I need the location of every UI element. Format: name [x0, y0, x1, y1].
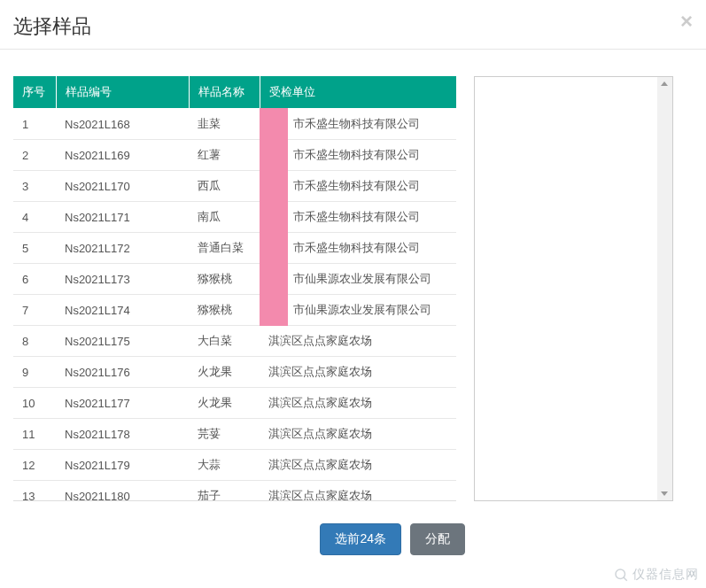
cell-code: Ns2021L176 — [56, 357, 189, 388]
cell-code: Ns2021L172 — [56, 233, 189, 264]
cell-name: 猕猴桃 — [189, 264, 260, 295]
header-unit: 受检单位 — [260, 76, 456, 109]
cell-seq: 7 — [13, 295, 56, 326]
cell-name: 茄子 — [189, 481, 260, 502]
table-row[interactable]: 3Ns2021L170西瓜市禾盛生物科技有限公司 — [13, 171, 456, 202]
cell-seq: 1 — [13, 109, 56, 140]
cell-unit: 市禾盛生物科技有限公司 — [260, 233, 456, 264]
cell-seq: 12 — [13, 450, 56, 481]
cell-seq: 6 — [13, 264, 56, 295]
cell-seq: 9 — [13, 357, 56, 388]
modal-body: 序号 样品编号 样品名称 受检单位 1Ns2021L168韭菜市禾盛生物科技有限… — [0, 50, 706, 514]
svg-point-0 — [616, 569, 625, 579]
cell-name: 红薯 — [189, 140, 260, 171]
cell-code: Ns2021L169 — [56, 140, 189, 171]
table-row[interactable]: 11Ns2021L178芫荽淇滨区点点家庭农场 — [13, 419, 456, 450]
cell-seq: 13 — [13, 481, 56, 502]
cell-code: Ns2021L175 — [56, 326, 189, 357]
cell-seq: 8 — [13, 326, 56, 357]
cell-seq: 2 — [13, 140, 56, 171]
cell-code: Ns2021L174 — [56, 295, 189, 326]
cell-code: Ns2021L173 — [56, 264, 189, 295]
close-button[interactable]: × — [680, 11, 693, 32]
cell-unit: 淇滨区点点家庭农场 — [260, 326, 456, 357]
cell-unit: 淇滨区点点家庭农场 — [260, 450, 456, 481]
table-row[interactable]: 5Ns2021L172普通白菜市禾盛生物科技有限公司 — [13, 233, 456, 264]
cell-name: 芫荽 — [189, 419, 260, 450]
table-row[interactable]: 13Ns2021L180茄子淇滨区点点家庭农场 — [13, 481, 456, 502]
table-row[interactable]: 1Ns2021L168韭菜市禾盛生物科技有限公司 — [13, 109, 456, 140]
cell-unit: 淇滨区点点家庭农场 — [260, 388, 456, 419]
watermark-text: 仪器信息网 — [632, 567, 699, 583]
header-seq: 序号 — [13, 76, 56, 109]
cell-unit: 市仙果源农业发展有限公司 — [260, 295, 456, 326]
cell-unit: 市仙果源农业发展有限公司 — [260, 264, 456, 295]
table-row[interactable]: 7Ns2021L174猕猴桃市仙果源农业发展有限公司 — [13, 295, 456, 326]
cell-unit: 市禾盛生物科技有限公司 — [260, 171, 456, 202]
watermark: 仪器信息网 — [613, 567, 699, 583]
cell-name: 南瓜 — [189, 202, 260, 233]
cell-unit: 淇滨区点点家庭农场 — [260, 357, 456, 388]
cell-code: Ns2021L170 — [56, 171, 189, 202]
table-row[interactable]: 2Ns2021L169红薯市禾盛生物科技有限公司 — [13, 140, 456, 171]
table-row[interactable]: 6Ns2021L173猕猴桃市仙果源农业发展有限公司 — [13, 264, 456, 295]
cell-seq: 5 — [13, 233, 56, 264]
cell-seq: 10 — [13, 388, 56, 419]
header-code: 样品编号 — [56, 76, 189, 109]
cell-name: 火龙果 — [189, 388, 260, 419]
cell-seq: 3 — [13, 171, 56, 202]
cell-name: 火龙果 — [189, 357, 260, 388]
assign-button[interactable]: 分配 — [410, 523, 465, 555]
table-row[interactable]: 12Ns2021L179大蒜淇滨区点点家庭农场 — [13, 450, 456, 481]
modal-title: 选择样品 — [13, 13, 688, 40]
cell-name: 普通白菜 — [189, 233, 260, 264]
cell-name: 西瓜 — [189, 171, 260, 202]
side-textarea[interactable] — [474, 76, 673, 501]
table-row[interactable]: 10Ns2021L177火龙果淇滨区点点家庭农场 — [13, 388, 456, 419]
cell-code: Ns2021L171 — [56, 202, 189, 233]
sample-table: 序号 样品编号 样品名称 受检单位 1Ns2021L168韭菜市禾盛生物科技有限… — [13, 76, 456, 501]
svg-line-1 — [624, 577, 627, 581]
cell-unit: 淇滨区点点家庭农场 — [260, 419, 456, 450]
table-row[interactable]: 8Ns2021L175大白菜淇滨区点点家庭农场 — [13, 326, 456, 357]
sample-table-wrapper: 序号 样品编号 样品名称 受检单位 1Ns2021L168韭菜市禾盛生物科技有限… — [13, 76, 456, 501]
cell-code: Ns2021L180 — [56, 481, 189, 502]
cell-seq: 4 — [13, 202, 56, 233]
modal-footer: 选前24条 分配 — [0, 514, 478, 564]
cell-code: Ns2021L179 — [56, 450, 189, 481]
cell-unit: 市禾盛生物科技有限公司 — [260, 109, 456, 140]
header-name: 样品名称 — [189, 76, 260, 109]
table-header-row: 序号 样品编号 样品名称 受检单位 — [13, 76, 456, 109]
cell-name: 大白菜 — [189, 326, 260, 357]
table-row[interactable]: 9Ns2021L176火龙果淇滨区点点家庭农场 — [13, 357, 456, 388]
cell-unit: 淇滨区点点家庭农场 — [260, 481, 456, 502]
modal-header: 选择样品 × — [0, 0, 706, 50]
cell-name: 大蒜 — [189, 450, 260, 481]
cell-name: 韭菜 — [189, 109, 260, 140]
side-scrollbar[interactable] — [657, 77, 672, 500]
cell-unit: 市禾盛生物科技有限公司 — [260, 140, 456, 171]
cell-code: Ns2021L177 — [56, 388, 189, 419]
select-first-n-button[interactable]: 选前24条 — [320, 523, 401, 555]
cell-unit: 市禾盛生物科技有限公司 — [260, 202, 456, 233]
cell-code: Ns2021L168 — [56, 109, 189, 140]
table-row[interactable]: 4Ns2021L171南瓜市禾盛生物科技有限公司 — [13, 202, 456, 233]
cell-code: Ns2021L178 — [56, 419, 189, 450]
cell-seq: 11 — [13, 419, 56, 450]
cell-name: 猕猴桃 — [189, 295, 260, 326]
